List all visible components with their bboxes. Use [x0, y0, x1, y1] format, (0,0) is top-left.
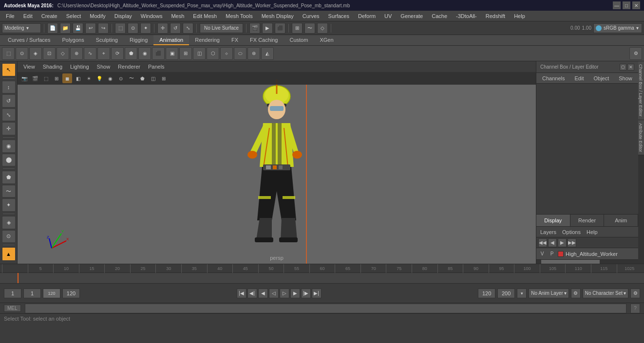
dt-tab-display[interactable]: Display — [536, 215, 570, 226]
vtab-attribute-editor[interactable]: Attribute Editor — [638, 120, 644, 156]
redo-btn[interactable]: ↪ — [98, 23, 109, 34]
move-btn[interactable]: ✛ — [157, 23, 168, 34]
shelf-tab-sculpting[interactable]: Sculpting — [90, 35, 124, 45]
vp-snap-btn[interactable]: ⬚ — [41, 73, 51, 83]
undo-btn[interactable]: ↩ — [85, 23, 96, 34]
shelf-icon-11[interactable]: ◉ — [138, 47, 151, 60]
timeline-bar[interactable] — [0, 273, 644, 283]
sculpt-btn[interactable]: ✦ — [2, 199, 16, 212]
shelf-icon-14[interactable]: ⊞ — [179, 47, 192, 60]
anim-layer-settings-btn[interactable]: ⚙ — [571, 289, 581, 298]
shelf-icon-5[interactable]: ◇ — [57, 47, 69, 60]
range-end-input[interactable] — [62, 289, 80, 298]
paint-btn[interactable]: ✦ — [140, 23, 151, 34]
shelf-icon-4[interactable]: ⊡ — [43, 47, 56, 60]
ipr-btn[interactable]: ▶ — [262, 23, 273, 34]
snap-grid-btn[interactable]: ⊞ — [292, 23, 303, 34]
universal-btn[interactable]: ✛ — [2, 122, 16, 135]
menu-windows[interactable]: Windows — [137, 12, 167, 20]
scale-btn[interactable]: ⤡ — [183, 23, 193, 34]
prev-frame-btn[interactable]: ◀ — [258, 289, 268, 298]
vp-aa-btn[interactable]: ◫ — [148, 73, 158, 83]
soft-select-btn[interactable]: ◉ — [2, 140, 16, 153]
max-frame-input[interactable] — [497, 289, 515, 298]
help-line-btn[interactable]: ? — [630, 304, 640, 313]
vtab-channel-box[interactable]: Channel Box / Layer Editor — [638, 61, 644, 120]
menu-uv[interactable]: UV — [380, 12, 396, 20]
snap-point-btn[interactable]: ◇ — [317, 23, 328, 34]
minimize-button[interactable]: — — [613, 1, 621, 9]
shelf-icon-13[interactable]: ▣ — [166, 47, 178, 60]
shelf-icon-8[interactable]: ⌖ — [97, 47, 110, 60]
shelf-icon-20[interactable]: ◭ — [261, 47, 274, 60]
shelf-icon-9[interactable]: ⟳ — [111, 47, 124, 60]
menu-edit-mesh[interactable]: Edit Mesh — [189, 12, 221, 20]
cb-tab-edit[interactable]: Edit — [570, 74, 587, 82]
layers-scrollbar[interactable] — [536, 260, 638, 264]
layers-menu[interactable]: Layers — [538, 229, 558, 235]
vp-smooth-btn[interactable]: ◼ — [62, 73, 72, 83]
shelf-icon-12[interactable]: ⬛ — [152, 47, 165, 60]
char-set-settings-btn[interactable]: ⚙ — [630, 289, 640, 298]
dt-tab-render[interactable]: Render — [570, 215, 605, 226]
no-live-surface[interactable]: No Live Surface — [200, 23, 243, 33]
cb-tab-show[interactable]: Show — [615, 74, 636, 82]
menu-select[interactable]: Select — [62, 12, 85, 20]
menu-generate[interactable]: Generate — [397, 12, 427, 20]
render-btn[interactable]: 🎬 — [249, 23, 260, 34]
shelf-icon-15[interactable]: ◫ — [193, 47, 206, 60]
translate-btn[interactable]: ↕ — [2, 81, 16, 94]
vp-light2-btn[interactable]: 💡 — [95, 73, 104, 83]
menu-help[interactable]: Help — [510, 12, 529, 20]
layer-row[interactable]: V P High_Altitude_Worker — [536, 248, 638, 260]
menu-edit[interactable]: Edit — [19, 12, 37, 20]
open-btn[interactable]: 📁 — [60, 23, 71, 34]
rotate-btn[interactable]: ↺ — [170, 23, 181, 34]
menu-deform[interactable]: Deform — [354, 12, 379, 20]
layer-playback-btn[interactable]: P — [548, 250, 556, 258]
rp-float-btn[interactable]: ⬡ — [620, 64, 626, 71]
shelf-icon-settings[interactable]: ⚙ — [629, 47, 642, 60]
shelf-icon-17[interactable]: ⟐ — [220, 47, 233, 60]
lasso-btn[interactable]: ⊙ — [128, 23, 138, 34]
step-back-btn[interactable]: ◀| — [247, 289, 257, 298]
current-frame-input[interactable] — [4, 289, 21, 298]
workspace-dropdown[interactable]: Modeling ▾ — [2, 23, 41, 33]
menu-mesh[interactable]: Mesh — [167, 12, 188, 20]
go-end-btn[interactable]: ▶| — [312, 289, 322, 298]
new-scene-btn[interactable]: 📄 — [47, 23, 58, 34]
vp-grid-btn[interactable]: ⊞ — [159, 73, 169, 83]
mel-input[interactable] — [25, 304, 626, 313]
menu-display[interactable]: Display — [111, 12, 136, 20]
shelf-icon-19[interactable]: ⊛ — [247, 47, 260, 60]
anim-layer-dropdown[interactable]: No Anim Layer ▾ — [529, 289, 569, 298]
vp-wire-btn[interactable]: ⊞ — [52, 73, 61, 83]
vp-menu-view[interactable]: View — [21, 63, 37, 70]
vp-textured-btn[interactable]: ◧ — [73, 73, 83, 83]
shelf-icon-6[interactable]: ⊕ — [70, 47, 83, 60]
shelf-tab-curves[interactable]: Curves / Surfaces — [2, 35, 56, 45]
layer-prev-btn[interactable]: ◀◀ — [538, 238, 547, 247]
range-slider[interactable]: 120 — [43, 289, 60, 298]
lasso-tool-btn[interactable]: ⬤ — [2, 154, 16, 167]
vp-motion-btn[interactable]: 〜 — [127, 73, 136, 83]
layers-scrollbar-thumb[interactable] — [541, 260, 600, 264]
next-frame-btn[interactable]: ▶ — [290, 289, 300, 298]
shelf-tab-fx[interactable]: FX — [226, 35, 244, 45]
close-button[interactable]: ✕ — [632, 1, 640, 9]
play-fwd-btn[interactable]: ▷ — [280, 289, 289, 298]
playback-end-input[interactable] — [478, 289, 495, 298]
viewport3d-btn[interactable]: ▲ — [2, 247, 16, 261]
shelf-tab-custom[interactable]: Custom — [284, 35, 314, 45]
select-tool-btn[interactable]: ↖ — [2, 63, 16, 76]
char-set-dropdown[interactable]: No Character Set ▾ — [583, 289, 628, 298]
menu-3dto[interactable]: -3DtoAll- — [452, 12, 481, 20]
range-start-input[interactable] — [23, 289, 41, 298]
menu-cache[interactable]: Cache — [428, 12, 451, 20]
menu-mesh-tools[interactable]: Mesh Tools — [222, 12, 256, 20]
snap-to-poly-btn[interactable]: ⬟ — [2, 171, 16, 184]
shelf-icon-16[interactable]: ⬡ — [207, 47, 219, 60]
srgb-dropdown[interactable]: sRGB gamma ▾ — [593, 23, 642, 33]
shelf-tab-xgen[interactable]: XGen — [314, 35, 339, 45]
vp-light1-btn[interactable]: ☀ — [84, 73, 94, 83]
